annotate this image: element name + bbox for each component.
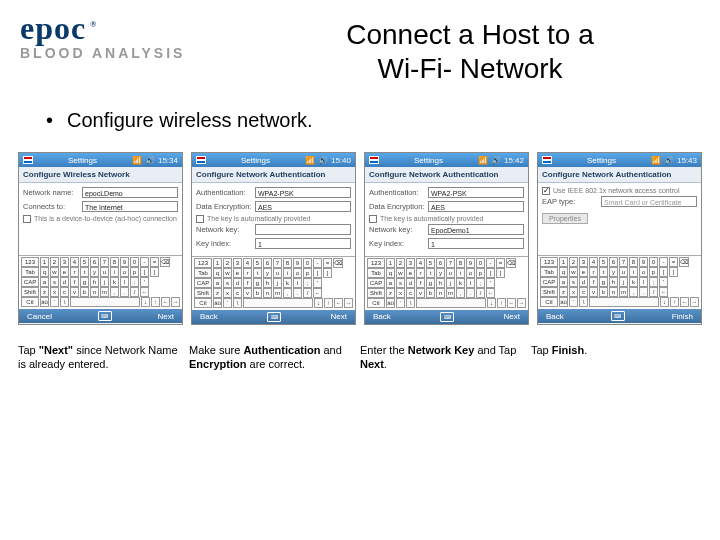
keyboard-icon[interactable]: ⌨	[267, 312, 281, 322]
clock-label: 15:42	[504, 156, 524, 165]
screen-body: Network name:epocLDemoConnects to:The In…	[19, 183, 182, 255]
properties-button[interactable]: Properties	[542, 213, 588, 224]
on-screen-keyboard[interactable]: 1231234567890-=⌫Tabqwertyuiop[]CAPasdfgh…	[192, 256, 355, 310]
page-title: Connect a Host to a Wi-Fi- Network	[240, 10, 700, 85]
clock-label: 15:40	[331, 156, 351, 165]
keyboard-icon[interactable]: ⌨	[611, 311, 625, 321]
title-line-1: Connect a Host to a	[346, 19, 593, 50]
screenshot-1: Settings 📶🔊15:34 Configure Wireless Netw…	[18, 152, 183, 324]
signal-icon: 📶	[132, 156, 142, 165]
status-bar: Settings 📶🔊15:40	[192, 153, 355, 167]
screenshot-3: Settings 📶🔊15:42 Configure Network Authe…	[364, 152, 529, 324]
bottom-bar: Back ⌨ Next	[192, 310, 355, 324]
title-line-2: Wi-Fi- Network	[377, 53, 562, 84]
start-flag-icon	[369, 156, 379, 164]
start-flag-icon	[23, 156, 33, 164]
settings-label: Settings	[587, 156, 616, 165]
back-button[interactable]: Back	[200, 312, 218, 321]
settings-label: Settings	[68, 156, 97, 165]
screen-body: Authentication:WPA2-PSKData Encryption:A…	[192, 183, 355, 255]
screen-heading: Configure Network Authentication	[538, 167, 701, 183]
caption-2: Make sure Authentication and Encryption …	[189, 343, 354, 372]
volume-icon: 🔊	[491, 156, 501, 165]
logo-area: epoc® BLOOD ANALYSIS	[20, 10, 240, 61]
clock-label: 15:34	[158, 156, 178, 165]
on-screen-keyboard[interactable]: 1231234567890-=⌫Tabqwertyuiop[]CAPasdfgh…	[538, 255, 701, 309]
volume-icon: 🔊	[318, 156, 328, 165]
screenshot-2: Settings 📶🔊15:40 Configure Network Authe…	[191, 152, 356, 324]
back-button[interactable]: Back	[546, 312, 564, 321]
volume-icon: 🔊	[664, 156, 674, 165]
on-screen-keyboard[interactable]: 1231234567890-=⌫Tabqwertyuiop[]CAPasdfgh…	[19, 255, 182, 309]
keyboard-icon[interactable]: ⌨	[98, 311, 112, 321]
screen-heading: Configure Network Authentication	[192, 167, 355, 183]
signal-icon: 📶	[651, 156, 661, 165]
start-flag-icon	[542, 156, 552, 164]
next-button[interactable]: Next	[158, 312, 174, 321]
screen-heading: Configure Wireless Network	[19, 167, 182, 183]
screen-body: Authentication:WPA2-PSKData Encryption:A…	[365, 183, 528, 255]
caption-4: Tap Finish.	[531, 343, 696, 372]
status-bar: Settings 📶🔊15:34	[19, 153, 182, 167]
signal-icon: 📶	[305, 156, 315, 165]
next-button[interactable]: Next	[331, 312, 347, 321]
on-screen-keyboard[interactable]: 1231234567890-=⌫Tabqwertyuiop[]CAPasdfgh…	[365, 256, 528, 310]
bottom-bar: Cancel ⌨ Next	[19, 309, 182, 323]
bottom-bar: Back ⌨ Next	[365, 310, 528, 324]
start-flag-icon	[196, 156, 206, 164]
next-button[interactable]: Next	[504, 312, 520, 321]
settings-label: Settings	[414, 156, 443, 165]
bullet-text: Configure wireless network.	[0, 85, 720, 132]
signal-icon: 📶	[478, 156, 488, 165]
next-button[interactable]: Finish	[672, 312, 693, 321]
brand-name: epoc	[20, 10, 86, 46]
screenshot-4: Settings 📶🔊15:43 Configure Network Authe…	[537, 152, 702, 324]
screen-body: Use IEEE 802.1x network access controlEA…	[538, 183, 701, 255]
registered-mark: ®	[90, 20, 97, 29]
volume-icon: 🔊	[145, 156, 155, 165]
brand-logo: epoc®	[20, 10, 240, 47]
clock-label: 15:43	[677, 156, 697, 165]
bottom-bar: Back ⌨ Finish	[538, 309, 701, 323]
status-bar: Settings 📶🔊15:42	[365, 153, 528, 167]
status-bar: Settings 📶🔊15:43	[538, 153, 701, 167]
back-button[interactable]: Back	[373, 312, 391, 321]
screen-heading: Configure Network Authentication	[365, 167, 528, 183]
caption-3: Enter the Network Key and Tap Next.	[360, 343, 525, 372]
brand-subtitle: BLOOD ANALYSIS	[20, 45, 240, 61]
caption-1: Tap "Next" since Network Name is already…	[18, 343, 183, 372]
settings-label: Settings	[241, 156, 270, 165]
back-button[interactable]: Cancel	[27, 312, 52, 321]
keyboard-icon[interactable]: ⌨	[440, 312, 454, 322]
